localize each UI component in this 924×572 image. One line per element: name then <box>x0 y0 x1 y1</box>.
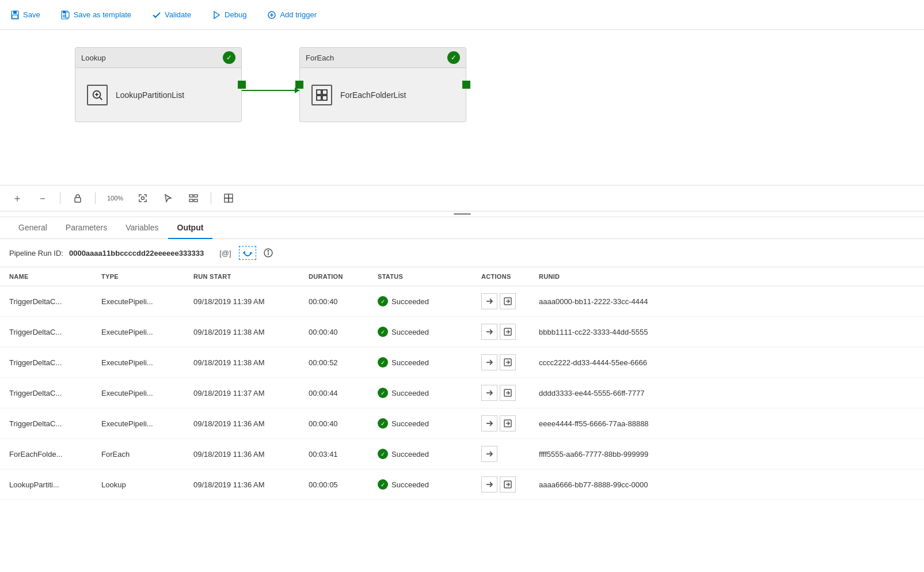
cell-actions[interactable] <box>472 439 530 469</box>
svg-rect-22 <box>194 195 197 197</box>
monitor-button[interactable] <box>220 190 237 206</box>
add-trigger-button[interactable]: Add trigger <box>264 8 320 22</box>
lookup-success-badge: ✓ <box>223 51 235 64</box>
save-button[interactable]: Save <box>7 8 44 22</box>
svg-rect-6 <box>66 12 69 18</box>
table-row: TriggerDeltaC... ExecutePipeli... 09/18/… <box>0 347 924 378</box>
foreach-input-port[interactable] <box>295 81 303 89</box>
save-label: Save <box>23 10 40 19</box>
tab-parameters[interactable]: Parameters <box>56 217 116 239</box>
table-row: TriggerDeltaC... ExecutePipeli... 09/18/… <box>0 378 924 408</box>
save-template-label: Save as template <box>74 10 131 19</box>
cell-name: LookupPartiti... <box>0 469 92 500</box>
action-rerun-btn[interactable] <box>500 385 516 401</box>
action-navigate-btn[interactable] <box>481 354 497 370</box>
col-header-runstart: RUN START <box>184 267 299 286</box>
action-navigate-btn[interactable] <box>481 293 497 309</box>
foreach-success-badge: ✓ <box>447 51 460 64</box>
cell-actions[interactable] <box>472 286 530 317</box>
copy-id-button[interactable]: [@] <box>215 247 235 260</box>
zoom-100-button[interactable]: 100% <box>105 190 126 206</box>
output-panel-content: NAME TYPE RUN START DURATION STATUS ACTI… <box>0 267 924 500</box>
action-rerun-btn[interactable] <box>500 354 516 370</box>
tab-variables[interactable]: Variables <box>116 217 168 239</box>
validate-button[interactable]: Validate <box>149 8 195 22</box>
connector <box>242 90 299 91</box>
save-template-button[interactable]: Save as template <box>58 8 135 22</box>
pipeline-container: Lookup ✓ LookupPartitionList <box>75 47 466 122</box>
cell-status: ✓ Succeeded <box>368 317 472 347</box>
pipeline-canvas[interactable]: Lookup ✓ LookupPartitionList <box>0 30 924 185</box>
cell-duration: 00:03:41 <box>299 439 368 469</box>
cell-name: ForEachFolde... <box>0 439 92 469</box>
zoom-out-button[interactable]: － <box>35 190 51 206</box>
cell-runid: bbbb1111-cc22-3333-44dd-5555 <box>530 317 924 347</box>
action-rerun-btn[interactable] <box>500 415 516 431</box>
status-text: Succeeded <box>391 480 429 489</box>
foreach-output-port[interactable] <box>462 81 470 89</box>
svg-rect-26 <box>229 194 233 198</box>
lookup-node[interactable]: Lookup ✓ LookupPartitionList <box>75 47 242 122</box>
svg-point-31 <box>268 251 269 252</box>
cell-runstart: 09/18/2019 11:36 AM <box>184 439 299 469</box>
cell-type: ExecutePipeli... <box>92 317 184 347</box>
svg-rect-23 <box>189 199 193 202</box>
action-navigate-btn[interactable] <box>481 476 497 493</box>
resize-indicator <box>454 213 471 215</box>
zoom-in-button[interactable]: ＋ <box>9 190 25 206</box>
info-button[interactable] <box>260 246 277 260</box>
cell-status: ✓ Succeeded <box>368 378 472 408</box>
cell-status: ✓ Succeeded <box>368 286 472 317</box>
tab-general[interactable]: General <box>9 217 56 239</box>
fit-view-button[interactable] <box>135 190 151 206</box>
svg-rect-19 <box>75 198 81 202</box>
status-text: Succeeded <box>391 358 429 367</box>
action-navigate-btn[interactable] <box>481 415 497 431</box>
foreach-node[interactable]: ForEach ✓ ForEachFolderList <box>299 47 466 122</box>
cell-actions[interactable] <box>472 347 530 378</box>
cell-actions[interactable] <box>472 317 530 347</box>
cell-actions[interactable] <box>472 469 530 500</box>
cell-runstart: 09/18/2019 11:37 AM <box>184 378 299 408</box>
status-success-icon: ✓ <box>378 449 388 459</box>
zoom-divider-3 <box>211 192 211 204</box>
action-navigate-btn[interactable] <box>481 324 497 340</box>
tab-output[interactable]: Output <box>168 217 213 239</box>
status-text: Succeeded <box>391 328 429 336</box>
action-rerun-btn[interactable] <box>500 324 516 340</box>
save-icon <box>10 10 20 20</box>
cell-duration: 00:00:52 <box>299 347 368 378</box>
table-row: TriggerDeltaC... ExecutePipeli... 09/18/… <box>0 408 924 439</box>
lookup-node-icon <box>87 85 108 105</box>
cell-duration: 00:00:40 <box>299 286 368 317</box>
lookup-output-port[interactable] <box>238 81 246 89</box>
action-navigate-btn[interactable] <box>481 385 497 401</box>
action-rerun-btn[interactable] <box>500 476 516 493</box>
cell-runid: ffff5555-aa66-7777-88bb-999999 <box>530 439 924 469</box>
select-button[interactable] <box>160 190 176 206</box>
cell-runid: dddd3333-ee44-5555-66ff-7777 <box>530 378 924 408</box>
output-tabs: General Parameters Variables Output <box>0 217 924 239</box>
foreach-node-title: ForEach <box>306 54 334 62</box>
svg-line-12 <box>100 97 102 100</box>
cell-actions[interactable] <box>472 408 530 439</box>
svg-rect-18 <box>322 96 327 100</box>
svg-rect-16 <box>322 90 327 94</box>
action-navigate-btn[interactable] <box>481 446 497 462</box>
lock-button[interactable] <box>70 190 86 206</box>
add-trigger-label: Add trigger <box>280 10 317 19</box>
cell-type: ExecutePipeli... <box>92 286 184 317</box>
cell-type: ExecutePipeli... <box>92 347 184 378</box>
refresh-button[interactable] <box>239 246 256 260</box>
cell-duration: 00:00:40 <box>299 317 368 347</box>
table-row: ForEachFolde... ForEach 09/18/2019 11:36… <box>0 439 924 469</box>
table-row: TriggerDeltaC... ExecutePipeli... 09/18/… <box>0 286 924 317</box>
action-rerun-btn[interactable] <box>500 293 516 309</box>
save-template-icon <box>61 10 70 20</box>
auto-layout-button[interactable] <box>185 190 201 206</box>
resize-handle[interactable] <box>0 211 924 217</box>
svg-rect-21 <box>189 195 193 197</box>
svg-rect-17 <box>317 96 321 100</box>
debug-button[interactable]: Debug <box>208 8 250 22</box>
cell-actions[interactable] <box>472 378 530 408</box>
